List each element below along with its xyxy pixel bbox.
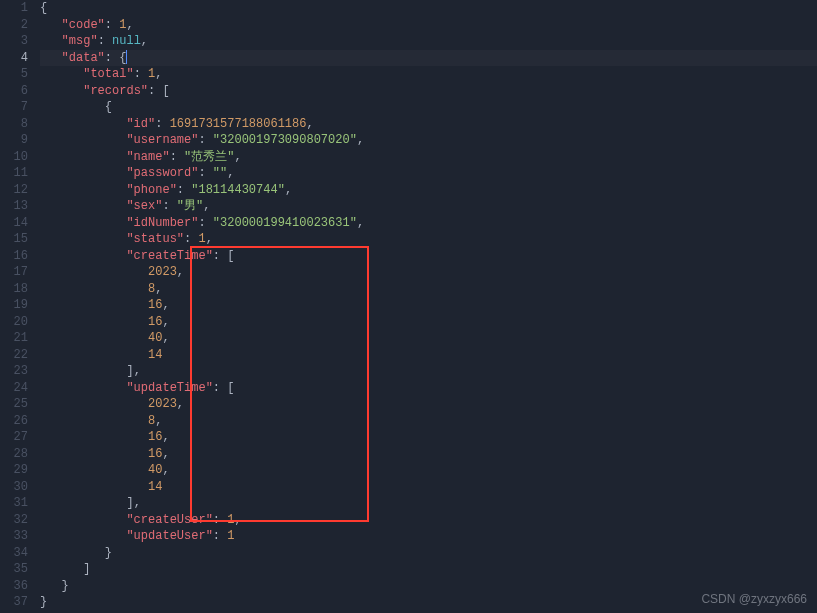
code-line: { xyxy=(40,0,809,17)
code-line: ], xyxy=(40,363,809,380)
line-number: 36 xyxy=(8,578,28,595)
code-line: } xyxy=(40,578,809,595)
line-number: 22 xyxy=(8,347,28,364)
code-line: "updateUser": 1 xyxy=(40,528,809,545)
code-line: 16, xyxy=(40,429,809,446)
line-number: 31 xyxy=(8,495,28,512)
line-number: 28 xyxy=(8,446,28,463)
code-line: } xyxy=(40,594,809,611)
line-number: 27 xyxy=(8,429,28,446)
code-line: 8, xyxy=(40,281,809,298)
line-number: 2 xyxy=(8,17,28,34)
line-number: 12 xyxy=(8,182,28,199)
code-line: "idNumber": "320000199410023631", xyxy=(40,215,809,232)
line-number: 16 xyxy=(8,248,28,265)
line-number: 32 xyxy=(8,512,28,529)
text-cursor xyxy=(126,50,127,64)
code-line: "id": 1691731577188061186, xyxy=(40,116,809,133)
line-number: 4 xyxy=(8,50,28,67)
line-number: 5 xyxy=(8,66,28,83)
code-line: "records": [ xyxy=(40,83,809,100)
line-number: 10 xyxy=(8,149,28,166)
code-line: 40, xyxy=(40,330,809,347)
line-number: 14 xyxy=(8,215,28,232)
line-number: 34 xyxy=(8,545,28,562)
code-line: { xyxy=(40,99,809,116)
code-line: ], xyxy=(40,495,809,512)
code-line: 16, xyxy=(40,314,809,331)
code-line: "username": "320001973090807020", xyxy=(40,132,809,149)
code-line: 8, xyxy=(40,413,809,430)
line-number: 6 xyxy=(8,83,28,100)
line-number: 11 xyxy=(8,165,28,182)
line-number: 9 xyxy=(8,132,28,149)
line-number-gutter: 1 2 3 4 5 6 7 8 9 10 11 12 13 14 15 16 1… xyxy=(0,0,40,613)
line-number: 26 xyxy=(8,413,28,430)
line-number: 24 xyxy=(8,380,28,397)
line-number: 29 xyxy=(8,462,28,479)
code-line: 2023, xyxy=(40,396,809,413)
line-number: 23 xyxy=(8,363,28,380)
code-line: 2023, xyxy=(40,264,809,281)
line-number: 8 xyxy=(8,116,28,133)
line-number: 15 xyxy=(8,231,28,248)
line-number: 35 xyxy=(8,561,28,578)
code-line: ] xyxy=(40,561,809,578)
line-number: 1 xyxy=(8,0,28,17)
line-number: 3 xyxy=(8,33,28,50)
code-line: 16, xyxy=(40,297,809,314)
code-line: "sex": "男", xyxy=(40,198,809,215)
code-editor[interactable]: 1 2 3 4 5 6 7 8 9 10 11 12 13 14 15 16 1… xyxy=(0,0,817,613)
code-line: 40, xyxy=(40,462,809,479)
code-line: 14 xyxy=(40,347,809,364)
line-number: 30 xyxy=(8,479,28,496)
line-number: 25 xyxy=(8,396,28,413)
line-number: 18 xyxy=(8,281,28,298)
code-line: 16, xyxy=(40,446,809,463)
line-number: 20 xyxy=(8,314,28,331)
line-number: 13 xyxy=(8,198,28,215)
code-line: "createUser": 1, xyxy=(40,512,809,529)
code-area[interactable]: { "code": 1, "msg": null, "data": { "tot… xyxy=(40,0,817,613)
code-line: "code": 1, xyxy=(40,17,809,34)
code-line: "name": "范秀兰", xyxy=(40,149,809,166)
watermark-text: CSDN @zyxzyx666 xyxy=(701,591,807,608)
line-number: 19 xyxy=(8,297,28,314)
code-line: "phone": "18114430744", xyxy=(40,182,809,199)
line-number: 33 xyxy=(8,528,28,545)
code-line: "msg": null, xyxy=(40,33,809,50)
line-number: 7 xyxy=(8,99,28,116)
code-line: "updateTime": [ xyxy=(40,380,809,397)
line-number: 37 xyxy=(8,594,28,611)
code-line: "status": 1, xyxy=(40,231,809,248)
code-line: "password": "", xyxy=(40,165,809,182)
code-line: "data": { xyxy=(40,50,809,67)
line-number: 21 xyxy=(8,330,28,347)
code-line: 14 xyxy=(40,479,809,496)
code-line: "total": 1, xyxy=(40,66,809,83)
code-line: "createTime": [ xyxy=(40,248,809,265)
code-line: } xyxy=(40,545,809,562)
line-number: 17 xyxy=(8,264,28,281)
